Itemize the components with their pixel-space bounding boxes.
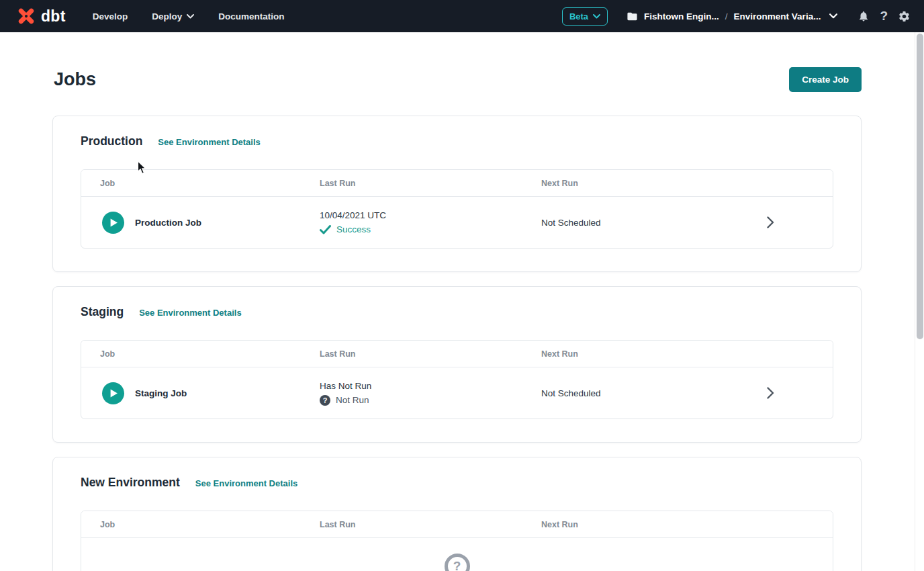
last-run-status-row: ? Not Run [320, 395, 541, 406]
column-header-next-run: Next Run [541, 520, 833, 529]
column-header-job: Job [81, 179, 320, 188]
page-header: Jobs Create Job [52, 67, 862, 92]
column-header-last-run: Last Run [320, 520, 541, 529]
chevron-down-icon [187, 14, 194, 19]
column-header-last-run: Last Run [320, 349, 541, 359]
jobs-table-header: Job Last Run Next Run [81, 511, 833, 538]
next-run-cell: Not Scheduled [541, 218, 833, 228]
breadcrumb[interactable]: Fishtown Engin... / Environment Varia... [627, 11, 837, 22]
jobs-table-header: Job Last Run Next Run [81, 341, 833, 367]
jobs-table-body: Staging Job Has Not Run ? Not Run Not Sc… [81, 367, 833, 419]
job-name: Staging Job [135, 388, 187, 398]
breadcrumb-current[interactable]: Environment Varia... [734, 11, 821, 21]
column-header-last-run: Last Run [320, 179, 541, 188]
create-job-button[interactable]: Create Job [789, 67, 862, 92]
question-circle-icon: ? [320, 395, 330, 406]
nav-right: Beta Fishtown Engin... / Environment Var… [562, 7, 911, 26]
job-row[interactable]: Production Job 10/04/2021 UTC Success No… [81, 197, 833, 248]
top-nav: dbt Develop Deploy Documentation Beta Fi… [0, 0, 924, 32]
play-icon[interactable] [102, 382, 124, 404]
last-run-cell: Has Not Run ? Not Run [320, 381, 541, 406]
environment-card: New Environment See Environment Details … [52, 457, 862, 571]
folder-icon [627, 11, 638, 22]
check-icon [320, 225, 331, 234]
environment-list: Production See Environment Details Job L… [52, 116, 862, 571]
environment-card-header: Staging See Environment Details [81, 305, 833, 319]
job-cell: Staging Job [81, 382, 320, 404]
main-content: Jobs Create Job Production See Environme… [0, 67, 924, 571]
last-run-status-row: Success [320, 224, 541, 234]
see-environment-details-link[interactable]: See Environment Details [158, 137, 260, 147]
nav-menu: Develop Deploy Documentation [93, 11, 285, 21]
last-run-status-text: Success [336, 224, 371, 234]
column-header-next-run: Next Run [541, 179, 833, 188]
breadcrumb-account[interactable]: Fishtown Engin... [644, 11, 719, 21]
last-run-date: Has Not Run [320, 381, 541, 391]
column-header-job: Job [81, 520, 320, 529]
environment-card-header: Production See Environment Details [81, 134, 833, 148]
dbt-logo[interactable]: dbt [16, 6, 66, 26]
breadcrumb-separator: / [725, 11, 728, 21]
see-environment-details-link[interactable]: See Environment Details [139, 308, 241, 318]
question-circle-icon: ? [445, 554, 470, 571]
job-row[interactable]: Staging Job Has Not Run ? Not Run Not Sc… [81, 367, 833, 419]
jobs-table-body: ? [81, 538, 833, 571]
empty-jobs-state: ? [81, 538, 833, 571]
environment-title: New Environment [81, 476, 180, 490]
help-icon[interactable]: ? [880, 9, 888, 24]
jobs-table: Job Last Run Next Run Staging Job Has No… [81, 340, 833, 419]
last-run-status-text: Not Run [336, 395, 369, 405]
nav-item-deploy[interactable]: Deploy [152, 11, 194, 21]
beta-dropdown[interactable]: Beta [562, 7, 608, 26]
scrollbar-track[interactable] [915, 32, 924, 571]
chevron-right-icon [767, 216, 774, 228]
nav-item-develop[interactable]: Develop [93, 11, 128, 21]
job-cell: Production Job [81, 212, 320, 234]
environment-title: Staging [81, 305, 124, 319]
job-name: Production Job [135, 218, 201, 228]
nav-icon-group: ? [858, 9, 911, 24]
nav-item-documentation[interactable]: Documentation [218, 11, 284, 21]
see-environment-details-link[interactable]: See Environment Details [195, 478, 297, 488]
last-run-cell: 10/04/2021 UTC Success [320, 210, 541, 234]
scrollbar-thumb[interactable] [917, 34, 923, 339]
play-icon[interactable] [102, 212, 124, 234]
environment-card: Staging See Environment Details Job Last… [52, 286, 862, 443]
chevron-down-icon [593, 14, 600, 19]
next-run-cell: Not Scheduled [541, 388, 833, 398]
chevron-right-icon [767, 387, 774, 399]
dbt-logo-text: dbt [41, 7, 66, 26]
jobs-table: Job Last Run Next Run ? [81, 511, 833, 571]
environment-title: Production [81, 134, 142, 148]
jobs-table-body: Production Job 10/04/2021 UTC Success No… [81, 197, 833, 248]
last-run-date: 10/04/2021 UTC [320, 210, 541, 220]
jobs-table: Job Last Run Next Run Production Job 10/… [81, 169, 833, 249]
gear-icon[interactable] [898, 10, 911, 23]
jobs-table-header: Job Last Run Next Run [81, 170, 833, 197]
environment-card-header: New Environment See Environment Details [81, 476, 833, 490]
dbt-pinwheel-icon [16, 6, 36, 26]
page-title: Jobs [52, 69, 96, 90]
column-header-job: Job [81, 349, 320, 359]
chevron-down-icon [829, 13, 837, 19]
column-header-next-run: Next Run [541, 349, 833, 359]
bell-icon[interactable] [858, 10, 870, 22]
environment-card: Production See Environment Details Job L… [52, 116, 862, 272]
